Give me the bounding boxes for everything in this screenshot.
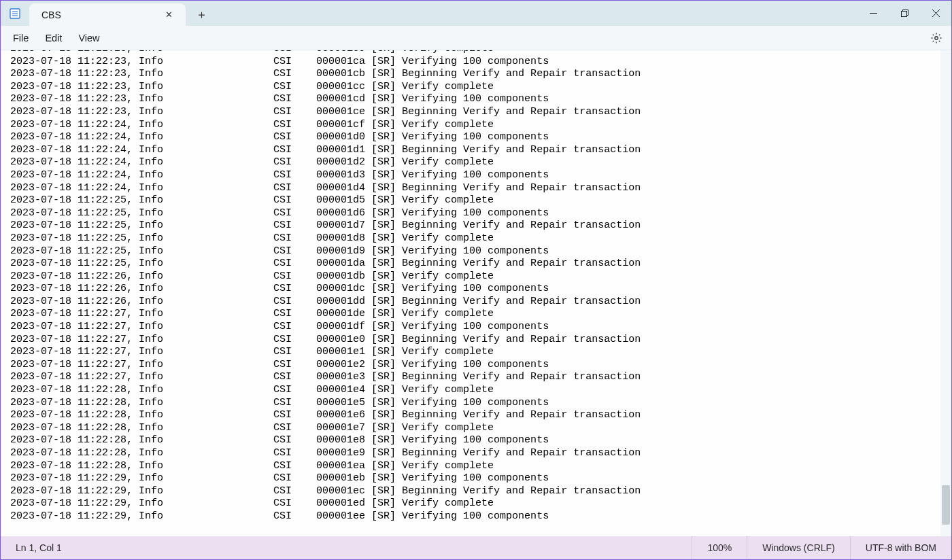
status-zoom[interactable]: 100%	[692, 536, 747, 559]
status-line-ending[interactable]: Windows (CRLF)	[747, 536, 850, 559]
maximize-button[interactable]	[889, 1, 920, 26]
menu-view[interactable]: View	[70, 29, 107, 48]
status-position[interactable]: Ln 1, Col 1	[1, 542, 692, 553]
menu-file[interactable]: File	[5, 29, 37, 48]
new-tab-button[interactable]: ＋	[190, 3, 213, 26]
tab-title: CBS	[41, 10, 161, 20]
menu-edit[interactable]: Edit	[37, 29, 70, 48]
window-controls	[857, 1, 951, 26]
status-encoding[interactable]: UTF-8 with BOM	[850, 536, 951, 559]
menubar: File Edit View	[1, 26, 951, 50]
svg-point-8	[935, 36, 938, 39]
svg-rect-5	[901, 12, 906, 17]
scrollbar-thumb[interactable]	[942, 485, 950, 525]
tab[interactable]: CBS ✕	[29, 3, 186, 26]
editor[interactable]: 2023-07-18 11:22:23, Info CSI 000001c9 […	[1, 50, 951, 536]
editor-content[interactable]: 2023-07-18 11:22:23, Info CSI 000001c9 […	[1, 50, 650, 523]
titlebar: CBS ✕ ＋	[1, 1, 951, 26]
tab-close-button[interactable]: ✕	[161, 7, 176, 22]
close-button[interactable]	[920, 1, 951, 26]
statusbar: Ln 1, Col 1 100% Windows (CRLF) UTF-8 wi…	[1, 536, 951, 559]
app-icon	[1, 1, 29, 26]
minimize-button[interactable]	[857, 1, 889, 26]
vertical-scrollbar[interactable]	[940, 50, 951, 536]
settings-button[interactable]	[925, 27, 947, 49]
